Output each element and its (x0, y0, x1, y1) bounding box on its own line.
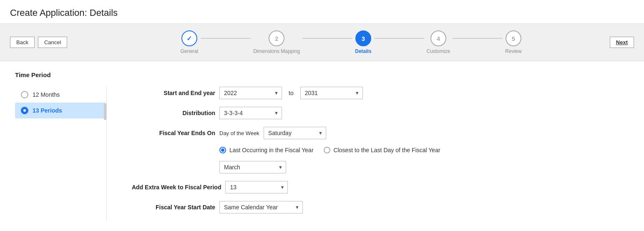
step-connector-2 (302, 38, 352, 39)
radio-label-closest: Closest to the Last Day of the Fiscal Ye… (334, 147, 440, 153)
step-circle-general: ✓ (181, 30, 197, 46)
step-label-dimensions: Dimensions Mapping (253, 48, 300, 54)
step-circle-review: 5 (506, 30, 521, 46)
radio-last-occurring[interactable]: Last Occurring in the Fiscal Year (219, 147, 314, 153)
fiscal-start-date-wrapper: Same Calendar Year ▼ (219, 201, 303, 213)
option-13periods[interactable]: 13 Periods (15, 103, 106, 118)
content-area: Time Period 12 Months 13 Periods Start a… (0, 61, 644, 231)
step-connector-3 (374, 38, 424, 39)
add-extra-week-row: Add Extra Week to Fiscal Period 13 ▼ (132, 181, 629, 193)
step-circle-dimensions: 2 (269, 30, 284, 46)
step-number-customize: 4 (437, 35, 440, 42)
end-year-wrapper: 2031 ▼ (300, 87, 363, 99)
wizard-step-general: ✓ General (181, 30, 199, 54)
distribution-label: Distribution (132, 110, 215, 116)
step-number-dimensions: 2 (275, 35, 278, 42)
left-panel: 12 Months 13 Periods (15, 87, 107, 221)
month-wrapper: March ▼ (219, 161, 286, 173)
fiscal-year-ends-label: Fiscal Year Ends On (132, 130, 215, 136)
radio-closest-last-day[interactable]: Closest to the Last Day of the Fiscal Ye… (324, 147, 440, 153)
distribution-select[interactable]: 3-3-3-4 (219, 107, 282, 119)
wizard-step-dimensions: 2 Dimensions Mapping (253, 30, 300, 54)
distribution-wrapper: 3-3-3-4 ▼ (219, 107, 282, 119)
label-13periods: 13 Periods (33, 107, 62, 114)
fiscal-start-date-select[interactable]: Same Calendar Year (219, 201, 303, 213)
fiscal-radio-row: Last Occurring in the Fiscal Year Closes… (132, 147, 629, 153)
page-title: Create Application: Details (0, 0, 644, 23)
step-label-customize: Customize (427, 48, 450, 54)
month-select[interactable]: March (219, 161, 286, 173)
start-year-select[interactable]: 2022 (219, 87, 282, 99)
start-end-year-label: Start and End year (132, 90, 215, 96)
step-number-review: 5 (512, 35, 515, 42)
add-extra-week-select[interactable]: 13 (225, 181, 288, 193)
step-label-general: General (181, 48, 199, 54)
step-circle-details: 3 (355, 30, 371, 46)
add-extra-week-label: Add Extra Week to Fiscal Period (132, 184, 221, 191)
fiscal-start-date-row: Fiscal Year Start Date Same Calendar Yea… (132, 201, 629, 213)
scrollbar-indicator (104, 103, 106, 120)
step-label-details: Details (355, 48, 371, 54)
checkmark-icon: ✓ (186, 35, 192, 43)
radio-12months (21, 91, 28, 98)
right-panel: Start and End year 2022 ▼ to 2031 ▼ Di (107, 87, 629, 221)
start-end-year-row: Start and End year 2022 ▼ to 2031 ▼ (132, 87, 629, 99)
back-button[interactable]: Back (10, 37, 35, 48)
radio-dot-closest (324, 147, 330, 153)
content-layout: 12 Months 13 Periods Start and End year … (15, 87, 629, 221)
wizard-buttons: Back Cancel (10, 37, 67, 48)
label-12months: 12 Months (33, 91, 60, 98)
cancel-button[interactable]: Cancel (38, 37, 67, 48)
wizard-step-details: 3 Details (355, 30, 371, 54)
end-year-select[interactable]: 2031 (300, 87, 363, 99)
wizard-steps: ✓ General 2 Dimensions Mapping 3 Details… (92, 30, 609, 54)
wizard-bar: Back Cancel ✓ General 2 Dimensions Mappi… (0, 23, 644, 61)
radio-label-last-occurring: Last Occurring in the Fiscal Year (229, 147, 314, 153)
step-connector-4 (453, 38, 503, 39)
option-12months[interactable]: 12 Months (15, 87, 106, 103)
step-number-details: 3 (362, 35, 365, 42)
distribution-row: Distribution 3-3-3-4 ▼ (132, 107, 629, 119)
day-of-week-select[interactable]: Saturday (264, 127, 326, 139)
start-year-wrapper: 2022 ▼ (219, 87, 282, 99)
add-extra-week-wrapper: 13 ▼ (225, 181, 288, 193)
wizard-step-review: 5 Review (505, 30, 521, 54)
step-label-review: Review (505, 48, 521, 54)
wizard-step-customize: 4 Customize (427, 30, 450, 54)
fiscal-year-ends-row: Fiscal Year Ends On Day of the Week Satu… (132, 127, 629, 139)
day-of-week-label: Day of the Week (219, 130, 259, 136)
step-connector-1 (201, 38, 251, 39)
day-of-week-wrapper: Saturday ▼ (264, 127, 326, 139)
radio-dot-last-occurring (219, 147, 226, 153)
next-button[interactable]: Next (610, 37, 634, 48)
fiscal-start-date-label: Fiscal Year Start Date (132, 204, 215, 211)
step-circle-customize: 4 (430, 30, 446, 46)
month-row: March ▼ (132, 161, 629, 173)
section-title: Time Period (15, 71, 629, 78)
to-text: to (289, 90, 294, 96)
radio-13periods (21, 107, 28, 114)
